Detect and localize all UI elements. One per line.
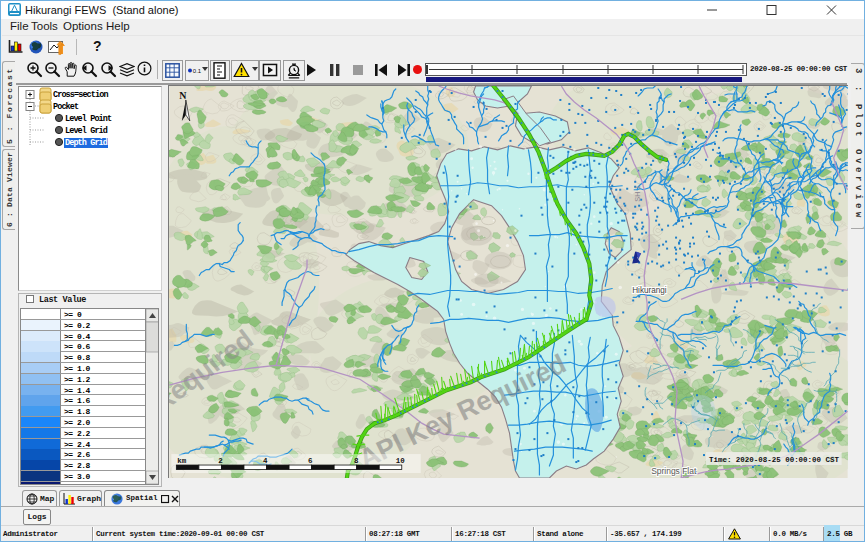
svg-text:0.1: 0.1 [193, 68, 202, 74]
svg-text:4: 4 [263, 457, 268, 465]
svg-text:10: 10 [396, 457, 405, 465]
svg-text:SH 1: SH 1 [633, 185, 642, 202]
svg-text:Time: 2020-08-25 00:00:00 CST: Time: 2020-08-25 00:00:00 CST [709, 456, 839, 464]
svg-text:N: N [179, 90, 187, 101]
svg-text:2: 2 [218, 457, 223, 465]
svg-text:6: 6 [308, 457, 313, 465]
svg-text:Springs Flat: Springs Flat [651, 466, 697, 476]
svg-text:km: km [177, 457, 186, 465]
svg-text:Hikurangi: Hikurangi [632, 286, 667, 295]
svg-text:8: 8 [354, 457, 359, 465]
